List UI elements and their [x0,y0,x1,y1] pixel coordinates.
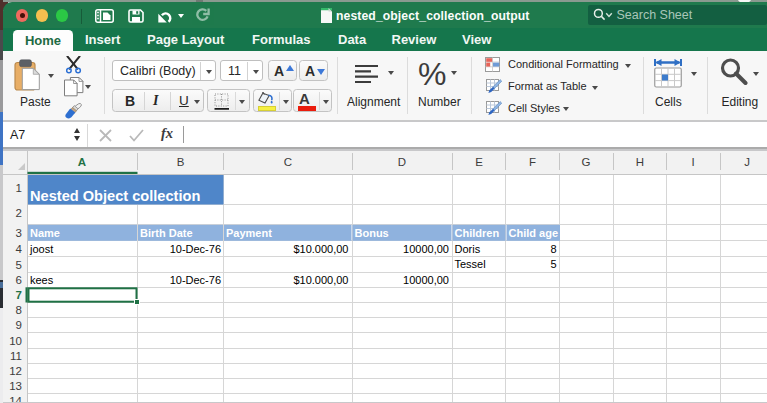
svg-text:7: 7 [16,289,22,301]
svg-text:Child age: Child age [509,227,559,239]
svg-text:4: 4 [16,243,23,255]
svg-text:8: 8 [16,304,22,316]
svg-text:3: 3 [16,227,22,239]
svg-text:A: A [78,156,86,168]
svg-text:6: 6 [16,274,22,286]
svg-text:9: 9 [16,319,22,331]
svg-text:1: 1 [16,182,22,194]
svg-text:$10.000,00: $10.000,00 [293,274,348,286]
svg-text:5: 5 [16,259,22,271]
svg-text:B: B [177,156,185,168]
svg-text:I: I [691,156,694,168]
svg-text:12: 12 [9,365,22,377]
svg-text:10000,00: 10000,00 [403,243,449,255]
svg-text:J: J [744,156,750,168]
svg-text:D: D [398,156,406,168]
svg-text:joost: joost [29,243,53,255]
svg-text:Birth Date: Birth Date [140,227,193,239]
svg-text:13: 13 [9,380,22,392]
svg-text:Payment: Payment [226,227,272,239]
svg-text:5: 5 [550,258,556,270]
svg-text:2: 2 [16,207,22,219]
svg-text:Doris: Doris [455,243,481,255]
svg-text:Bonus: Bonus [355,227,389,239]
svg-text:14: 14 [9,395,22,402]
svg-text:10-Dec-76: 10-Dec-76 [170,274,221,286]
svg-text:10: 10 [9,335,22,347]
svg-text:8: 8 [550,243,556,255]
svg-text:E: E [475,156,483,168]
svg-text:C: C [284,156,292,168]
svg-text:G: G [582,156,591,168]
svg-text:10-Dec-76: 10-Dec-76 [170,243,221,255]
svg-text:10000,00: 10000,00 [403,274,449,286]
svg-text:Tessel: Tessel [455,258,486,270]
svg-text:kees: kees [30,274,54,286]
svg-text:11: 11 [10,350,22,362]
svg-text:F: F [529,156,536,168]
svg-text:$10.000,00: $10.000,00 [293,243,348,255]
svg-text:H: H [636,156,644,168]
svg-text:Name: Name [30,227,60,239]
svg-text:Children: Children [455,227,500,239]
svg-text:Nested Object collection: Nested Object collection [30,188,200,204]
